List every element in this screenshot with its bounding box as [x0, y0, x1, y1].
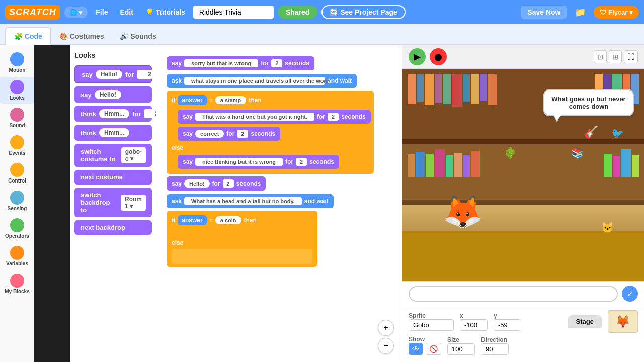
stage-tab[interactable]: Stage [568, 315, 602, 328]
stage-controls: ▶ ⬤ ⊡ ⊞ ⛶ [403, 45, 644, 69]
project-name-input[interactable] [193, 6, 274, 19]
sprite-direction-input[interactable] [481, 343, 509, 355]
cat-sound[interactable]: Sound [0, 105, 34, 131]
script-block-ask2[interactable]: ask What has a head and a tail but no bo… [167, 193, 392, 209]
cat-variables[interactable]: Variables [0, 243, 34, 269]
scratch-logo[interactable]: SCRATCH [5, 5, 60, 20]
script-if-block2[interactable]: if answer = a coin then else [167, 211, 392, 267]
show-eye-button[interactable]: 👁 [409, 343, 423, 355]
zoom-in-button[interactable]: + [378, 320, 394, 336]
main-area: Motion Looks Sound Events Control Sensin… [0, 45, 644, 362]
cat-sensing-label: Sensing [8, 206, 27, 211]
script-area: say sorry but that is wrong for 2 second… [156, 45, 402, 362]
shared-button[interactable]: Shared [278, 6, 317, 19]
cat-operators[interactable]: Operators [0, 215, 34, 242]
sprite-info: Sprite x y Stage 🦊 Show [403, 306, 644, 362]
zoom-controls: + − [378, 320, 394, 354]
left-panel: Motion Looks Sound Events Control Sensin… [0, 45, 156, 362]
cat-variables-label: Variables [6, 261, 28, 266]
zoom-out-button[interactable]: − [378, 338, 394, 354]
next-costume-block[interactable]: next costume [74, 170, 152, 185]
stop-button[interactable]: ⬤ [430, 48, 447, 65]
cat-looks[interactable]: Looks [0, 77, 34, 104]
speech-bubble: What goes up but never comes down [543, 89, 634, 116]
script-block-say-sorry[interactable]: say sorry but that is wrong for 2 second… [167, 55, 392, 71]
think-block[interactable]: think Hmm... [74, 125, 152, 141]
hide-button[interactable]: 🚫 [426, 343, 441, 355]
switch-costume-block[interactable]: switch costume to gobo-c ▾ [74, 144, 152, 167]
cat-control[interactable]: Control [0, 160, 34, 187]
script-block-hard[interactable]: say That was a hard one but you got it r… [178, 109, 371, 125]
x-label: x [460, 312, 488, 319]
sprite-name-input[interactable] [409, 319, 454, 331]
cat-sound-label: Sound [9, 123, 25, 128]
bookshelf-bottom [403, 144, 644, 205]
gobo-sprite: 🦊 [443, 193, 483, 231]
script-block-say-hello[interactable]: say Hello! for 2 seconds [167, 175, 392, 192]
say-for-block[interactable]: say Hello! for 2 seconds [74, 65, 152, 83]
see-project-button[interactable]: 🔄 See Project Page [321, 5, 406, 19]
script-editor[interactable]: say sorry but that is wrong for 2 second… [156, 45, 403, 362]
cat-myblocks-label: My Blocks [5, 289, 29, 294]
folder-button[interactable]: 📁 [571, 5, 590, 20]
globe-button[interactable]: 🌐 ▾ [64, 7, 88, 18]
variables-dot [10, 246, 24, 260]
sprite-x-input[interactable] [460, 319, 488, 331]
block-section-title: Looks [74, 49, 152, 61]
topbar: SCRATCH 🌐 ▾ File Edit 💡 Tutorials Shared… [0, 0, 644, 24]
cat-motion-label: Motion [9, 67, 26, 73]
cat-looks-label: Looks [10, 95, 24, 101]
operators-dot [10, 218, 24, 232]
show-label: Show [409, 336, 441, 343]
events-dot [10, 135, 24, 149]
save-now-button[interactable]: Save Now [521, 6, 567, 19]
cat-myblocks[interactable]: My Blocks [0, 270, 34, 297]
cat-operators-label: Operators [5, 233, 29, 239]
cat-motion[interactable]: Motion [0, 49, 34, 76]
control-dot [10, 163, 24, 177]
book-pile: 📚 [571, 147, 584, 159]
stage-canvas: 🎸 🐦 [403, 69, 644, 281]
else-label: else [170, 143, 371, 153]
edit-menu[interactable]: Edit [116, 6, 137, 18]
tabbar: 🧩 Code 🎨 Costumes 🔊 Sounds [0, 24, 644, 45]
say-block[interactable]: say Hello! [74, 86, 152, 103]
myblocks-dot [10, 274, 24, 288]
stage-panel: ▶ ⬤ ⊡ ⊞ ⛶ [403, 45, 644, 362]
tab-sounds[interactable]: 🔊 Sounds [112, 28, 164, 44]
answer-bar: ✓ [403, 281, 644, 306]
fullscreen-button[interactable]: ⛶ [624, 50, 638, 63]
y-label: y [494, 312, 521, 319]
tab-costumes[interactable]: 🎨 Costumes [51, 28, 112, 44]
sprite-y-input[interactable] [494, 319, 521, 331]
answer-input[interactable] [409, 286, 618, 302]
cat-events[interactable]: Events [0, 132, 34, 159]
stage-view-buttons: ⊡ ⊞ ⛶ [594, 50, 638, 63]
sensing-dot [10, 191, 24, 205]
block-list: Looks say Hello! for 2 seconds say Hello… [70, 45, 156, 362]
stage-thumbnail: 🦊 [608, 310, 638, 333]
file-menu[interactable]: File [92, 6, 112, 18]
tab-code[interactable]: 🧩 Code [5, 27, 51, 45]
user-menu[interactable]: 🛡 Flycar ▾ [594, 6, 639, 19]
script-block-ask[interactable]: ask what stays in one place and travels … [167, 73, 392, 89]
green-flag-button[interactable]: ▶ [409, 48, 426, 65]
script-block-correct[interactable]: say correct for 2 seconds [178, 126, 371, 142]
switch-backdrop-block[interactable]: switch backdrop to Room 1 ▾ [74, 188, 152, 217]
answer-submit-button[interactable]: ✓ [622, 286, 638, 302]
sprite-size-input[interactable] [447, 343, 475, 355]
next-backdrop-block[interactable]: next backdrop [74, 220, 152, 235]
cactus-item: 🌵 [503, 147, 517, 160]
else-label2: else [170, 238, 314, 248]
large-stage-button[interactable]: ⊞ [609, 50, 622, 63]
cat-control-label: Control [8, 178, 26, 184]
looks-dot [10, 80, 24, 94]
cat-sensing[interactable]: Sensing [0, 188, 34, 214]
stage-buttons: ▶ ⬤ [409, 48, 447, 65]
think-for-block[interactable]: think Hmm... for 2 seconds [74, 106, 152, 122]
script-if-block[interactable]: if answer = a stamp then say That was a … [167, 90, 392, 174]
tutorials-button[interactable]: 💡 Tutorials [141, 6, 189, 18]
direction-label: Direction [481, 336, 509, 343]
script-block-nice-thinking[interactable]: say nice thinking but it is wrong for 2 … [178, 154, 371, 170]
small-stage-button[interactable]: ⊡ [594, 50, 607, 63]
